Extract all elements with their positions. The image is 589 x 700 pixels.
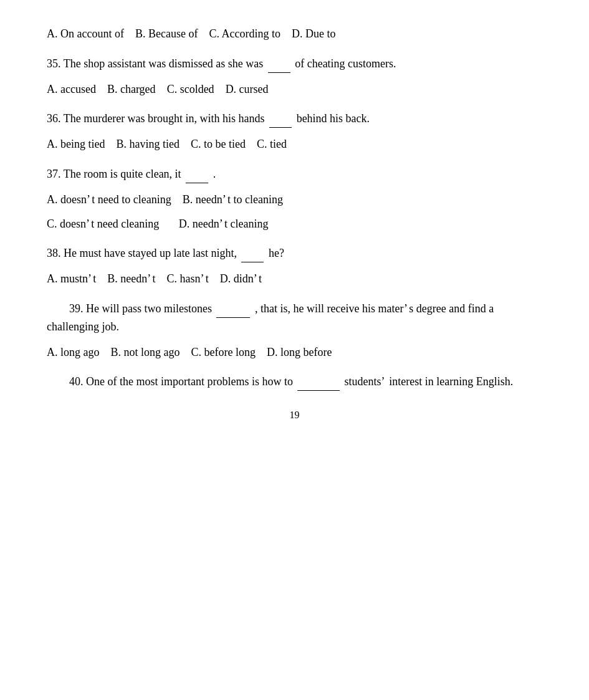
- q37-option-d: D. needn’ t cleaning: [179, 218, 269, 230]
- q37-option-b: B. needn’ t to cleaning: [183, 193, 283, 206]
- q39-option-d: D. long before: [267, 346, 332, 358]
- q38-text-after: he?: [269, 247, 284, 259]
- q34-options-block: A. On account of B. Because of C. Accord…: [47, 25, 542, 43]
- q36-option-c1: C. to be tied: [191, 138, 246, 150]
- q35-block: 35. The shop assistant was dismissed as …: [47, 54, 542, 98]
- q38-blank: [241, 244, 264, 262]
- q37-text-after: .: [213, 168, 216, 180]
- q40-text-before: 40. One of the most important problems i…: [69, 375, 293, 388]
- q37-options-row1: A. doesn’ t need to cleaning B. needn’ t…: [47, 191, 542, 209]
- q34-option-b: B. Because of: [135, 27, 198, 40]
- q38-option-d: D. didn’ t: [220, 272, 262, 285]
- q36-blank: [269, 109, 292, 128]
- q37-option-c: C. doesn’ t need cleaning: [47, 218, 159, 230]
- q35-blank: [268, 54, 290, 73]
- q36-option-c2: C. tied: [257, 138, 287, 150]
- q36-text-after: behind his back.: [297, 112, 370, 125]
- q35-text: 35. The shop assistant was dismissed as …: [47, 54, 542, 73]
- q36-option-a: A. being tied: [47, 138, 105, 150]
- q34-option-c: C. According to: [209, 27, 280, 40]
- q39-blank: [216, 299, 250, 318]
- q36-block: 36. The murderer was brought in, with hi…: [47, 109, 542, 153]
- q35-option-b: B. charged: [107, 83, 156, 95]
- q38-block: 38. He must have stayed up late last nig…: [47, 244, 542, 288]
- q34-option-a: A. On account of: [47, 27, 124, 40]
- q34-options: A. On account of B. Because of C. Accord…: [47, 25, 542, 43]
- q40-text: 40. One of the most important problems i…: [47, 372, 542, 391]
- q38-options: A. mustn’ t B. needn’ t C. hasn’ t D. di…: [47, 270, 542, 288]
- q37-options-row2: C. doesn’ t need cleaning D. needn’ t cl…: [47, 215, 542, 233]
- q35-option-d: D. cursed: [226, 83, 269, 95]
- q35-options: A. accused B. charged C. scolded D. curs…: [47, 80, 542, 98]
- q39-text: 39. He will pass two milestones , that i…: [47, 299, 542, 336]
- q39-options: A. long ago B. not long ago C. before lo…: [47, 343, 542, 362]
- q35-option-c: C. scolded: [167, 83, 214, 95]
- q39-option-a: A. long ago: [47, 346, 100, 358]
- q34-option-d: D. Due to: [292, 27, 336, 40]
- q40-block: 40. One of the most important problems i…: [47, 372, 542, 391]
- q36-text: 36. The murderer was brought in, with hi…: [47, 109, 542, 128]
- q35-option-a: A. accused: [47, 83, 96, 95]
- q38-option-c: C. hasn’ t: [167, 272, 209, 285]
- q36-options: A. being tied B. having tied C. to be ti…: [47, 135, 542, 153]
- q37-text-before: 37. The room is quite clean, it: [47, 168, 181, 180]
- q35-text-before: 35. The shop assistant was dismissed as …: [47, 57, 263, 70]
- q40-text-after: students’ interest in learning English.: [344, 375, 513, 388]
- q38-text-before: 38. He must have stayed up late last nig…: [47, 247, 237, 259]
- q37-text: 37. The room is quite clean, it .: [47, 165, 542, 183]
- q37-option-a: A. doesn’ t need to cleaning: [47, 193, 171, 206]
- page: A. On account of B. Because of C. Accord…: [0, 0, 589, 700]
- q39-text-content: 39. He will pass two milestones: [69, 302, 212, 315]
- page-number-value: 19: [290, 410, 300, 420]
- q39-option-b: B. not long ago: [111, 346, 180, 358]
- q36-text-before: 36. The murderer was brought in, with hi…: [47, 112, 265, 125]
- q39-block: 39. He will pass two milestones , that i…: [47, 299, 542, 361]
- q35-text-after: of cheating customers.: [295, 57, 396, 70]
- q37-blank: [186, 165, 208, 183]
- q37-block: 37. The room is quite clean, it . A. doe…: [47, 165, 542, 233]
- q36-option-b: B. having tied: [116, 138, 180, 150]
- q38-text: 38. He must have stayed up late last nig…: [47, 244, 542, 262]
- q38-option-b: B. needn’ t: [107, 272, 155, 285]
- q39-option-c: C. before long: [191, 346, 256, 358]
- page-number: 19: [47, 410, 542, 421]
- q38-option-a: A. mustn’ t: [47, 272, 96, 285]
- q40-blank: [297, 372, 340, 391]
